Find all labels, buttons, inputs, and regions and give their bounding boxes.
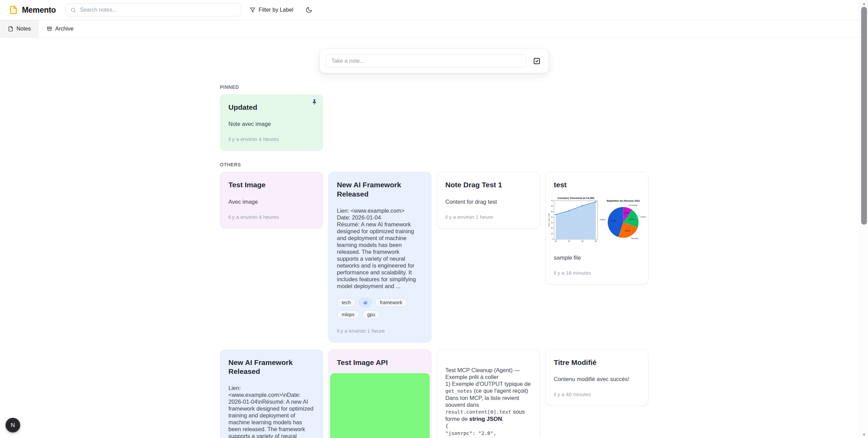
note-body: Note avec image xyxy=(229,120,314,127)
svg-text:Q2: Q2 xyxy=(568,240,570,242)
svg-text:Licences: Licences xyxy=(640,215,646,217)
others-section-label: OTHERS xyxy=(220,162,648,167)
others-grid: Test ImageAvec imageil y a environ 4 heu… xyxy=(220,172,648,438)
checkbox-check-icon xyxy=(533,57,541,65)
svg-text:Q4: Q4 xyxy=(595,240,597,242)
note-card[interactable]: UpdatedNote avec imageil y a environ 4 h… xyxy=(220,94,323,151)
svg-text:40: 40 xyxy=(551,216,553,218)
note-tag[interactable]: gpu xyxy=(362,310,380,319)
svg-text:20.0%: 20.0% xyxy=(630,218,635,220)
tabbar: Notes Archive xyxy=(0,20,868,38)
svg-text:Services: Services xyxy=(631,237,638,239)
svg-text:45.0%: 45.0% xyxy=(611,220,616,222)
note-card[interactable]: Note Drag Test 1Content for drag testil … xyxy=(437,172,540,228)
svg-text:10.0%: 10.0% xyxy=(624,212,629,214)
take-a-note-input[interactable] xyxy=(326,54,526,68)
tab-notes[interactable]: Notes xyxy=(0,20,39,37)
note-card[interactable]: Titre ModifiéContenu modifié avec succès… xyxy=(545,350,648,406)
note-tag[interactable]: framework xyxy=(375,298,407,307)
note-timestamp: il y a environ 1 heure xyxy=(445,214,531,220)
note-tag[interactable]: mlops xyxy=(337,310,359,319)
note-composer xyxy=(320,49,549,73)
notes-board: PINNED UpdatedNote avec imageil y a envi… xyxy=(220,84,648,438)
filter-funnel-icon xyxy=(250,7,256,13)
app-title: Memento xyxy=(22,5,56,15)
note-timestamp: il y a 40 minutes xyxy=(554,391,640,397)
app-header: Memento Filter by Label xyxy=(0,0,868,20)
note-body: sample file xyxy=(554,254,640,261)
search-icon xyxy=(70,7,76,13)
scrollbar-thumb[interactable] xyxy=(861,7,867,225)
svg-text:Répartition des Revenus 2024: Répartition des Revenus 2024 xyxy=(606,199,639,202)
note-tag[interactable]: tech xyxy=(337,298,356,307)
note-title: Note Drag Test 1 xyxy=(445,180,531,189)
archive-box-icon xyxy=(47,26,52,32)
pie-chart-image: Répartition des Revenus 2024Consulting10… xyxy=(600,198,646,243)
note-tags: techaiframeworkmlopsgpu xyxy=(337,298,423,319)
note-body: Lien: <www.example.com> Date: 2026-01-04… xyxy=(337,207,423,289)
theme-toggle-button[interactable] xyxy=(305,7,312,13)
search-box[interactable] xyxy=(65,3,241,16)
pinned-grid: UpdatedNote avec imageil y a environ 4 h… xyxy=(220,94,648,151)
svg-text:25.0%: 25.0% xyxy=(625,229,630,232)
note-timestamp: il y a environ 4 heures xyxy=(229,214,314,220)
note-title: Test Image API xyxy=(329,350,431,367)
svg-text:10: 10 xyxy=(551,233,553,235)
note-attachment-image xyxy=(330,373,430,438)
note-attachment-charts: Croissance Trimestrielle du CA (M€)01020… xyxy=(548,195,646,246)
svg-text:Q3: Q3 xyxy=(581,240,584,242)
note-title: test xyxy=(554,180,640,189)
tab-notes-label: Notes xyxy=(16,26,31,32)
note-card[interactable]: Test Image API xyxy=(328,350,431,438)
app-logo: Memento xyxy=(9,5,56,15)
search-input[interactable] xyxy=(80,7,236,13)
scrollbar: ▲ ▼ xyxy=(859,0,868,438)
pinned-section-label: PINNED xyxy=(220,84,648,90)
note-card[interactable]: New AI Framework ReleasedLien: <www.exam… xyxy=(328,172,431,342)
note-title: New AI Framework Released xyxy=(337,180,423,199)
svg-text:70: 70 xyxy=(551,200,553,201)
svg-text:Consulting: Consulting xyxy=(628,204,637,206)
avatar-initial: N xyxy=(11,422,15,429)
moon-icon xyxy=(305,7,312,13)
note-card[interactable]: testCroissance Trimestrielle du CA (M€)0… xyxy=(545,172,648,284)
note-file-icon xyxy=(8,26,13,32)
note-body: Contenu modifié avec succès! xyxy=(554,376,640,382)
note-title: Titre Modifié xyxy=(554,358,640,367)
note-card[interactable]: Test ImageAvec imageil y a environ 4 heu… xyxy=(220,172,323,228)
filter-by-label-text: Filter by Label xyxy=(259,7,293,13)
note-title: Updated xyxy=(229,103,314,112)
tab-archive-label: Archive xyxy=(55,26,73,32)
checklist-button[interactable] xyxy=(531,55,543,67)
filter-by-label-button[interactable]: Filter by Label xyxy=(250,7,293,13)
svg-text:Chiffre d'affaires (M€): Chiffre d'affaires (M€) xyxy=(548,213,550,227)
memento-logo-icon xyxy=(9,5,18,14)
note-body: Test MCP Cleanup (Agent) — Exemple prêt … xyxy=(445,367,531,438)
scrollbar-down-arrow-icon[interactable]: ▼ xyxy=(860,432,868,437)
note-title: Test Image xyxy=(229,180,314,189)
user-avatar[interactable]: N xyxy=(5,418,20,433)
svg-text:20: 20 xyxy=(551,227,553,229)
note-card[interactable]: Test MCP Cleanup (Agent) — Exemple prêt … xyxy=(437,350,540,438)
svg-text:Produits: Produits xyxy=(600,218,605,220)
note-tag[interactable]: ai xyxy=(359,298,372,307)
svg-text:Croissance Trimestrielle du CA: Croissance Trimestrielle du CA (M€) xyxy=(557,197,594,199)
scrollbar-up-arrow-icon[interactable]: ▲ xyxy=(860,1,868,6)
note-body: Content for drag test xyxy=(445,198,531,205)
tab-archive[interactable]: Archive xyxy=(39,20,81,37)
svg-text:60: 60 xyxy=(551,205,553,207)
note-body: Lien: <www.example.com>\nDate: 2026-01-0… xyxy=(229,384,314,438)
svg-text:50: 50 xyxy=(551,211,553,212)
note-card[interactable]: New AI Framework ReleasedLien: <www.exam… xyxy=(220,350,323,438)
note-timestamp: il y a environ 1 heure xyxy=(337,328,423,334)
note-timestamp: il y a 16 minutes xyxy=(554,270,640,276)
note-title: New AI Framework Released xyxy=(229,358,314,376)
note-body: Avec image xyxy=(229,198,314,205)
svg-text:30: 30 xyxy=(551,222,553,224)
area-chart-image: Croissance Trimestrielle du CA (M€)01020… xyxy=(548,195,600,246)
note-timestamp: il y a environ 4 heures xyxy=(229,136,314,142)
svg-text:Q1: Q1 xyxy=(555,240,557,242)
pin-icon[interactable] xyxy=(311,99,318,106)
